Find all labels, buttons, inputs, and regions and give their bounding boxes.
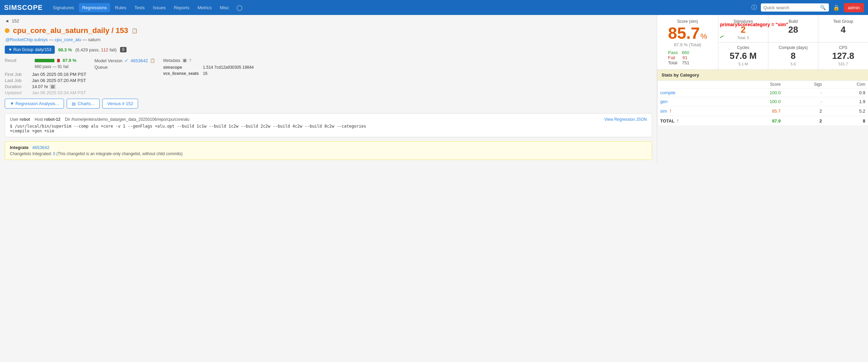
nav-regressions[interactable]: Regressions xyxy=(79,3,110,12)
signatures-label: Signatures xyxy=(721,19,765,24)
result-fail: 91 fail xyxy=(57,64,68,69)
first-job-value: Jan 05 2025 05:16 PM PST xyxy=(32,72,86,77)
admin-button[interactable]: admin xyxy=(844,3,864,12)
dash1: — xyxy=(49,37,55,42)
nav-reports[interactable]: Reports xyxy=(170,3,193,12)
verified-icon: ✓ xyxy=(124,58,129,63)
duration-chart-icon[interactable]: ▤ xyxy=(50,84,56,89)
cat-row-sim: sim ↑ 85.7 2 5.2 xyxy=(657,106,868,116)
cat-compile-link[interactable]: compile xyxy=(660,90,675,95)
cat-sim-com: 5.2 xyxy=(825,106,868,116)
testgroup-label: Test Group xyxy=(821,19,865,24)
lock-icon[interactable]: 🔒 xyxy=(830,4,842,11)
stat-build: Build 28 xyxy=(768,15,818,42)
nav-metrics[interactable]: Metrics xyxy=(194,3,215,12)
integrate-link[interactable]: 4653642 xyxy=(32,145,50,150)
badge: 9 xyxy=(120,47,127,52)
charts-button[interactable]: ▤ Charts... xyxy=(67,99,99,109)
metadata-key-vcs: vcs_license_seats xyxy=(163,70,203,77)
nav-misc[interactable]: Misc xyxy=(217,3,233,12)
search-box: 🔍 xyxy=(761,3,829,12)
integrate-note: (This changelist is an integrate-only ch… xyxy=(56,151,183,156)
integrate-count[interactable]: 0 xyxy=(53,151,55,156)
cat-gen-link[interactable]: gen xyxy=(660,99,668,104)
job-details: First Job Jan 05 2025 05:16 PM PST Last … xyxy=(5,72,86,95)
testgroup-value: 4 xyxy=(821,24,865,35)
compute-value: 8 xyxy=(771,51,815,61)
stats-right-col: Signatures 2 Total: 5 Build 28 Test Grou… xyxy=(718,15,868,69)
cat-compile-sigs: · xyxy=(783,88,824,97)
dash2: — xyxy=(82,37,88,42)
nav-rules[interactable]: Rules xyxy=(112,3,130,12)
user-value: robot xyxy=(20,117,30,122)
clock-icon[interactable]: ◯ xyxy=(234,2,245,13)
cat-row-gen: gen 100.0 · 1.9 xyxy=(657,97,868,106)
result-label: Result xyxy=(5,58,32,63)
copy-model-icon[interactable]: 📋 xyxy=(150,58,155,63)
command-box: User robot Host robot-12 Dir /home/jenki… xyxy=(5,113,652,137)
stats-by-cat-table: Score Sigs Com compile 100.0 · 0.9 gen 1… xyxy=(657,81,868,126)
pass-label: Pass xyxy=(668,50,678,55)
total-row-value: 751 xyxy=(682,60,689,65)
help-icon[interactable]: ⓘ xyxy=(749,2,760,13)
col-score: Score xyxy=(733,81,784,88)
result-row: Result 87.9 % xyxy=(5,58,86,63)
cat-total-label: TOTAL xyxy=(660,118,674,124)
subsys-link[interactable]: @RocketChip.subsys xyxy=(5,37,48,42)
total-row-label: Total xyxy=(668,60,677,65)
breadcrumb-id[interactable]: 152 xyxy=(12,18,19,23)
cycles-sub: 5.1 M xyxy=(721,62,765,66)
search-input[interactable] xyxy=(764,5,818,10)
main-layout: ◄ 152 cpu_core_alu_saturn_daily / 153 📋 … xyxy=(0,15,868,163)
action-buttons: ▼ Regression Analysis... ▤ Charts... Ver… xyxy=(5,99,652,109)
first-job-label: First Job xyxy=(5,72,32,77)
second-stat-row: Cycles 57.6 M 5.1 M Compute (days) 8 5.6… xyxy=(718,43,868,70)
build-label: Build xyxy=(771,19,815,24)
metadata-row-simscope: simscope 1.514 7cd12a930305 19844 xyxy=(163,64,256,70)
cat-compile-com: 0.9 xyxy=(825,88,868,97)
nav-signatures[interactable]: Signatures xyxy=(50,3,78,12)
view-json-link[interactable]: View Regression JSON xyxy=(604,117,647,122)
left-panel: ◄ 152 cpu_core_alu_saturn_daily / 153 📋 … xyxy=(0,15,657,163)
score-breakdown: Pass 660 Fail 91 Total 751 xyxy=(663,50,713,65)
run-group-button[interactable]: ▼ Run Group daily/153 xyxy=(5,46,55,54)
queue-label: Queue xyxy=(95,65,108,70)
metadata-help-icon[interactable]: ? xyxy=(189,58,191,63)
cycles-value: 57.6 M xyxy=(721,51,765,61)
breadcrumb-arrow: ◄ xyxy=(5,18,9,23)
brand: SIMSCOPE xyxy=(4,4,43,12)
cycles-label: Cycles xyxy=(721,45,765,50)
nav-issues[interactable]: Issues xyxy=(150,3,169,12)
duration-value: 14.07 hr ▤ xyxy=(32,84,86,89)
regression-analysis-button[interactable]: ▼ Regression Analysis... xyxy=(5,99,64,109)
compute-sub: 5.6 xyxy=(771,62,815,66)
copy-icon[interactable]: 📋 xyxy=(132,28,137,33)
cat-gen-com: 1.9 xyxy=(825,97,868,106)
run-group-row: ▼ Run Group daily/153 98.3 % (6,429 pass… xyxy=(5,46,652,54)
nav-tests[interactable]: Tests xyxy=(131,3,148,12)
cat-total-sigs: 2 xyxy=(783,116,824,126)
cat-sim-score: 85.7 xyxy=(733,106,784,116)
result-detail: 660 pass — 91 fail xyxy=(35,64,86,69)
breadcrumb[interactable]: ◄ 152 xyxy=(5,18,652,23)
command-line-2: +compile +gen +sim xyxy=(10,129,647,133)
versus-button[interactable]: Versus # 152 xyxy=(102,99,138,109)
platform: saturn xyxy=(88,37,100,42)
duration-label: Duration xyxy=(5,84,32,89)
cat-row-total: TOTAL ↑ 87.9 2 8 xyxy=(657,116,868,126)
search-icon[interactable]: 🔍 xyxy=(820,5,826,10)
cpu-link[interactable]: cpu_core_alu xyxy=(55,37,81,42)
run-group-label: ▼ Run Group xyxy=(8,47,33,52)
model-version-link[interactable]: 4653642 xyxy=(131,58,148,63)
details-model-row: Result 87.9 % 660 pass — 91 fail First J… xyxy=(5,58,652,95)
dir-value: /home/jenkins/demo_data/gen_data_2025010… xyxy=(71,117,189,122)
bar-red xyxy=(57,59,60,62)
cat-sim-link[interactable]: sim xyxy=(660,109,667,114)
score-and-top-stats: Score (sim) 85.7 % 87.9 % (Total) Pass 6… xyxy=(657,15,868,70)
score-total-line: 87.9 % (Total) xyxy=(663,42,713,47)
regression-analysis-label: ▼ Regression Analysis... xyxy=(10,101,59,106)
charts-label: Charts... xyxy=(78,101,94,106)
last-job-value: Jan 06 2025 07:20 AM PST xyxy=(32,78,86,83)
col-com: Com xyxy=(825,81,868,88)
pass-count: 6,429 xyxy=(77,47,88,52)
